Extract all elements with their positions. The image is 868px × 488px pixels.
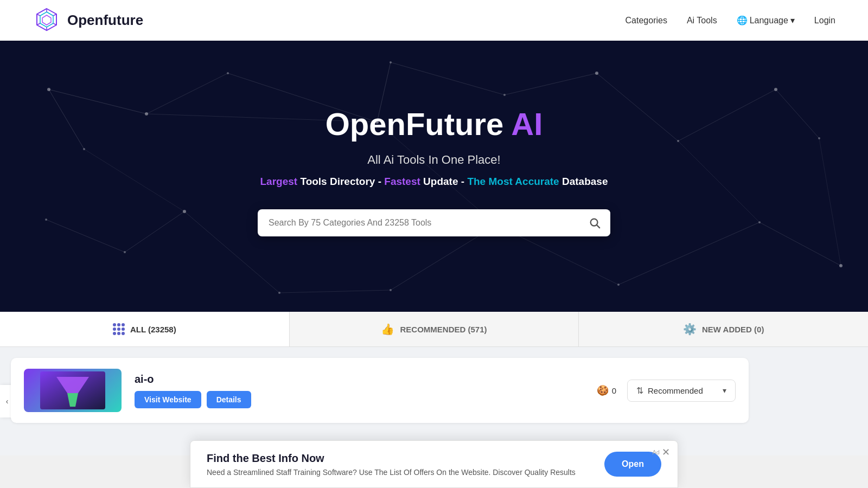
search-input[interactable] — [258, 209, 579, 236]
tab-recommended-label: RECOMMENDED (571) — [400, 325, 487, 334]
content-area: ‹ ai-o Visit Website De — [0, 347, 868, 455]
svg-line-36 — [505, 73, 597, 95]
svg-marker-2 — [42, 15, 51, 25]
card-likes: 🍪 0 — [597, 384, 616, 396]
card-info: ai-o Visit Website Details — [135, 373, 597, 408]
search-icon — [589, 217, 601, 229]
card-right: 🍪 0 ⇅ Recommended ▾ — [597, 380, 736, 402]
heart-icon: 🍪 — [597, 384, 609, 396]
svg-line-39 — [776, 89, 819, 138]
svg-line-43 — [279, 290, 391, 293]
card-title: ai-o — [135, 373, 597, 386]
tagline-tools-dir: Tools Directory — [300, 176, 375, 187]
svg-line-47 — [760, 222, 841, 266]
ad-description: Need a Streamlined Staff Training Softwa… — [207, 468, 604, 477]
hero-subtitle: All Ai Tools In One Place! — [367, 153, 500, 167]
language-icon: 🌐 — [737, 15, 748, 25]
tagline-dash2: - — [461, 176, 468, 187]
tool-card: ai-o Visit Website Details 🍪 0 ⇅ Recomme… — [11, 358, 749, 423]
tab-all-label: ALL (23258) — [130, 325, 176, 334]
sort-icon: ⇅ — [636, 386, 643, 396]
navbar: Openfuture Categories Ai Tools 🌐 Languag… — [0, 0, 868, 41]
card-buttons: Visit Website Details — [135, 391, 597, 408]
svg-point-21 — [124, 251, 126, 253]
svg-point-12 — [227, 72, 229, 74]
tagline-fastest: Fastest — [384, 176, 420, 187]
svg-line-40 — [46, 220, 125, 252]
tab-new-added-label: NEW ADDED (0) — [702, 325, 764, 334]
language-chevron-icon: ▾ — [790, 15, 795, 25]
ad-banner: Ad ✕ Find the Best Info Now Need a Strea… — [190, 440, 678, 488]
tab-new-added[interactable]: ⚙️ NEW ADDED (0) — [579, 312, 868, 346]
card-likes-count: 0 — [612, 386, 616, 395]
nav-categories[interactable]: Categories — [626, 16, 667, 25]
chevron-left-icon: ‹ — [6, 397, 9, 406]
nav-language[interactable]: 🌐 Language ▾ — [737, 15, 795, 25]
gear-icon: ⚙️ — [683, 323, 697, 336]
thumb-icon: 👍 — [381, 323, 394, 336]
svg-point-19 — [818, 137, 820, 139]
svg-point-17 — [677, 140, 679, 142]
svg-line-37 — [597, 73, 678, 141]
svg-point-16 — [595, 72, 598, 75]
svg-point-10 — [145, 112, 148, 115]
svg-line-50 — [678, 141, 760, 222]
svg-line-31 — [146, 73, 228, 114]
nav-login[interactable]: Login — [814, 16, 835, 25]
hero-title-main: OpenFuture — [326, 106, 512, 142]
svg-point-28 — [839, 264, 843, 267]
tab-recommended[interactable]: 👍 RECOMMENDED (571) — [290, 312, 579, 346]
svg-point-22 — [183, 210, 186, 213]
grid-icon — [113, 323, 125, 335]
details-button[interactable]: Details — [207, 391, 251, 408]
search-bar — [258, 209, 610, 236]
hero-section: OpenFuture AI All Ai Tools In One Place!… — [0, 41, 868, 312]
sort-chevron-icon: ▾ — [723, 386, 726, 395]
tagline-accurate: The Most Accurate — [467, 176, 559, 187]
sort-label: Recommended — [648, 386, 703, 395]
ad-close-button[interactable]: Ad ✕ — [653, 446, 670, 458]
ad-title: Find the Best Info Now — [207, 452, 604, 465]
nav-links: Categories Ai Tools 🌐 Language ▾ Login — [626, 15, 835, 25]
hero-title-ai: AI — [511, 106, 542, 142]
sort-dropdown[interactable]: ⇅ Recommended ▾ — [627, 380, 736, 402]
svg-line-30 — [49, 89, 84, 149]
language-label: Language — [750, 16, 788, 25]
logo-text: Openfuture — [67, 12, 143, 29]
svg-point-11 — [83, 148, 85, 150]
logo-icon — [33, 7, 61, 35]
card-logo — [24, 369, 122, 412]
logo[interactable]: Openfuture — [33, 7, 143, 35]
svg-point-23 — [278, 292, 280, 294]
nav-ai-tools[interactable]: Ai Tools — [687, 16, 717, 25]
visit-website-button[interactable]: Visit Website — [135, 391, 201, 408]
svg-point-20 — [45, 219, 47, 221]
close-icon: ✕ — [662, 446, 670, 458]
tagline-largest: Largest — [260, 176, 298, 187]
search-button[interactable] — [579, 210, 610, 235]
svg-line-53 — [597, 225, 599, 228]
hero-tagline: Largest Tools Directory - Fastest Update… — [260, 176, 608, 188]
hero-title: OpenFuture AI — [326, 106, 543, 142]
tabs-bar: ALL (23258) 👍 RECOMMENDED (571) ⚙️ NEW A… — [0, 312, 868, 347]
card-logo-svg — [40, 371, 105, 409]
tab-all[interactable]: ALL (23258) — [0, 312, 290, 346]
svg-point-18 — [774, 88, 777, 91]
svg-point-9 — [47, 88, 50, 91]
ad-content: Find the Best Info Now Need a Streamline… — [207, 452, 604, 477]
svg-point-24 — [390, 289, 392, 291]
tagline-update: Update — [423, 176, 458, 187]
svg-line-48 — [84, 149, 184, 211]
svg-point-14 — [390, 61, 392, 63]
svg-point-15 — [503, 94, 506, 96]
svg-line-51 — [819, 138, 841, 266]
tagline-dash1: - — [378, 176, 385, 187]
svg-line-46 — [618, 222, 760, 285]
svg-line-35 — [391, 62, 505, 95]
ad-icon-label: Ad — [653, 449, 660, 455]
svg-point-26 — [617, 284, 620, 286]
svg-line-41 — [125, 211, 184, 252]
tagline-database: Database — [562, 176, 608, 187]
svg-line-38 — [678, 89, 776, 141]
sort-left: ⇅ Recommended — [636, 386, 703, 396]
